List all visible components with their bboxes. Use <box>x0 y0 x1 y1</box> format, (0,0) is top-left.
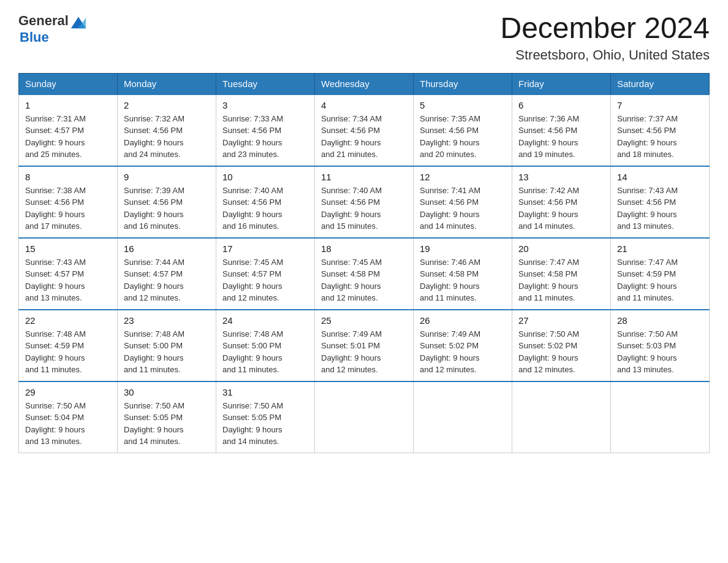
header-thursday: Thursday <box>414 73 512 94</box>
day-info: Sunrise: 7:40 AMSunset: 4:56 PMDaylight:… <box>321 185 407 232</box>
calendar-week-row: 15 Sunrise: 7:43 AMSunset: 4:57 PMDaylig… <box>19 238 710 310</box>
day-number: 17 <box>222 243 308 254</box>
day-info: Sunrise: 7:35 AMSunset: 4:56 PMDaylight:… <box>420 113 506 161</box>
day-info: Sunrise: 7:38 AMSunset: 4:56 PMDaylight:… <box>25 185 111 232</box>
day-info: Sunrise: 7:48 AMSunset: 5:00 PMDaylight:… <box>222 328 308 376</box>
day-number: 3 <box>222 100 308 110</box>
calendar-cell: 25 Sunrise: 7:49 AMSunset: 5:01 PMDaylig… <box>315 310 414 381</box>
calendar-cell: 10 Sunrise: 7:40 AMSunset: 4:56 PMDaylig… <box>216 166 315 238</box>
day-info: Sunrise: 7:46 AMSunset: 4:58 PMDaylight:… <box>420 256 506 304</box>
calendar-cell: 4 Sunrise: 7:34 AMSunset: 4:56 PMDayligh… <box>315 94 414 166</box>
calendar-cell <box>512 381 611 453</box>
calendar-cell <box>414 381 512 453</box>
calendar-cell: 17 Sunrise: 7:45 AMSunset: 4:57 PMDaylig… <box>216 238 315 310</box>
day-info: Sunrise: 7:48 AMSunset: 5:00 PMDaylight:… <box>124 328 210 376</box>
day-number: 27 <box>518 315 604 326</box>
calendar-cell: 11 Sunrise: 7:40 AMSunset: 4:56 PMDaylig… <box>315 166 414 238</box>
header-monday: Monday <box>118 73 216 94</box>
day-info: Sunrise: 7:45 AMSunset: 4:58 PMDaylight:… <box>321 256 407 304</box>
calendar-table: Sunday Monday Tuesday Wednesday Thursday… <box>18 73 710 453</box>
day-number: 2 <box>124 100 210 110</box>
title-area: December 2024 Streetsboro, Ohio, United … <box>500 12 710 63</box>
day-info: Sunrise: 7:40 AMSunset: 4:56 PMDaylight:… <box>222 185 308 232</box>
day-number: 24 <box>222 315 308 326</box>
day-info: Sunrise: 7:45 AMSunset: 4:57 PMDaylight:… <box>222 256 308 304</box>
day-info: Sunrise: 7:34 AMSunset: 4:56 PMDaylight:… <box>321 113 407 161</box>
day-number: 20 <box>518 243 604 254</box>
day-number: 23 <box>124 315 210 326</box>
day-number: 15 <box>25 243 111 254</box>
logo-general-text: General <box>18 13 69 29</box>
day-info: Sunrise: 7:50 AMSunset: 5:05 PMDaylight:… <box>222 400 308 448</box>
day-info: Sunrise: 7:44 AMSunset: 4:57 PMDaylight:… <box>124 256 210 304</box>
logo-blue-text: Blue <box>20 29 49 45</box>
header-friday: Friday <box>512 73 611 94</box>
day-number: 14 <box>617 172 703 182</box>
calendar-cell: 22 Sunrise: 7:48 AMSunset: 4:59 PMDaylig… <box>19 310 118 381</box>
day-number: 25 <box>321 315 407 326</box>
calendar-cell: 24 Sunrise: 7:48 AMSunset: 5:00 PMDaylig… <box>216 310 315 381</box>
logo-icon <box>70 12 87 29</box>
calendar-cell: 27 Sunrise: 7:50 AMSunset: 5:02 PMDaylig… <box>512 310 611 381</box>
day-info: Sunrise: 7:41 AMSunset: 4:56 PMDaylight:… <box>420 185 506 232</box>
day-info: Sunrise: 7:48 AMSunset: 4:59 PMDaylight:… <box>25 328 111 376</box>
calendar-cell: 1 Sunrise: 7:31 AMSunset: 4:57 PMDayligh… <box>19 94 118 166</box>
day-info: Sunrise: 7:50 AMSunset: 5:02 PMDaylight:… <box>518 328 604 376</box>
day-info: Sunrise: 7:39 AMSunset: 4:56 PMDaylight:… <box>124 185 210 232</box>
header-saturday: Saturday <box>611 73 710 94</box>
day-info: Sunrise: 7:50 AMSunset: 5:03 PMDaylight:… <box>617 328 703 376</box>
day-number: 9 <box>124 172 210 182</box>
header-tuesday: Tuesday <box>216 73 315 94</box>
day-number: 31 <box>222 387 308 397</box>
day-number: 29 <box>25 387 111 397</box>
day-info: Sunrise: 7:32 AMSunset: 4:56 PMDaylight:… <box>124 113 210 161</box>
day-number: 7 <box>617 100 703 110</box>
day-number: 10 <box>222 172 308 182</box>
day-info: Sunrise: 7:47 AMSunset: 4:59 PMDaylight:… <box>617 256 703 304</box>
day-info: Sunrise: 7:33 AMSunset: 4:56 PMDaylight:… <box>222 113 308 161</box>
day-number: 18 <box>321 243 407 254</box>
calendar-cell: 15 Sunrise: 7:43 AMSunset: 4:57 PMDaylig… <box>19 238 118 310</box>
calendar-cell: 31 Sunrise: 7:50 AMSunset: 5:05 PMDaylig… <box>216 381 315 453</box>
day-info: Sunrise: 7:31 AMSunset: 4:57 PMDaylight:… <box>25 113 111 161</box>
calendar-cell: 19 Sunrise: 7:46 AMSunset: 4:58 PMDaylig… <box>414 238 512 310</box>
logo: General Blue <box>18 12 87 45</box>
day-number: 11 <box>321 172 407 182</box>
day-number: 28 <box>617 315 703 326</box>
day-number: 8 <box>25 172 111 182</box>
calendar-cell: 8 Sunrise: 7:38 AMSunset: 4:56 PMDayligh… <box>19 166 118 238</box>
calendar-cell: 13 Sunrise: 7:42 AMSunset: 4:56 PMDaylig… <box>512 166 611 238</box>
header-sunday: Sunday <box>19 73 118 94</box>
calendar-cell: 2 Sunrise: 7:32 AMSunset: 4:56 PMDayligh… <box>118 94 216 166</box>
day-number: 16 <box>124 243 210 254</box>
calendar-cell: 14 Sunrise: 7:43 AMSunset: 4:56 PMDaylig… <box>611 166 710 238</box>
day-info: Sunrise: 7:36 AMSunset: 4:56 PMDaylight:… <box>518 113 604 161</box>
calendar-cell: 21 Sunrise: 7:47 AMSunset: 4:59 PMDaylig… <box>611 238 710 310</box>
calendar-cell: 9 Sunrise: 7:39 AMSunset: 4:56 PMDayligh… <box>118 166 216 238</box>
calendar-week-row: 8 Sunrise: 7:38 AMSunset: 4:56 PMDayligh… <box>19 166 710 238</box>
calendar-cell: 5 Sunrise: 7:35 AMSunset: 4:56 PMDayligh… <box>414 94 512 166</box>
day-number: 5 <box>420 100 506 110</box>
calendar-cell: 7 Sunrise: 7:37 AMSunset: 4:56 PMDayligh… <box>611 94 710 166</box>
calendar-cell: 6 Sunrise: 7:36 AMSunset: 4:56 PMDayligh… <box>512 94 611 166</box>
day-info: Sunrise: 7:49 AMSunset: 5:02 PMDaylight:… <box>420 328 506 376</box>
calendar-title: December 2024 <box>500 12 710 45</box>
day-info: Sunrise: 7:37 AMSunset: 4:56 PMDaylight:… <box>617 113 703 161</box>
weekday-header-row: Sunday Monday Tuesday Wednesday Thursday… <box>19 73 710 94</box>
calendar-week-row: 22 Sunrise: 7:48 AMSunset: 4:59 PMDaylig… <box>19 310 710 381</box>
calendar-cell: 28 Sunrise: 7:50 AMSunset: 5:03 PMDaylig… <box>611 310 710 381</box>
day-number: 22 <box>25 315 111 326</box>
day-number: 21 <box>617 243 703 254</box>
day-number: 26 <box>420 315 506 326</box>
calendar-week-row: 1 Sunrise: 7:31 AMSunset: 4:57 PMDayligh… <box>19 94 710 166</box>
calendar-cell: 12 Sunrise: 7:41 AMSunset: 4:56 PMDaylig… <box>414 166 512 238</box>
day-info: Sunrise: 7:49 AMSunset: 5:01 PMDaylight:… <box>321 328 407 376</box>
calendar-cell: 18 Sunrise: 7:45 AMSunset: 4:58 PMDaylig… <box>315 238 414 310</box>
day-number: 1 <box>25 100 111 110</box>
day-info: Sunrise: 7:50 AMSunset: 5:04 PMDaylight:… <box>25 400 111 448</box>
day-info: Sunrise: 7:43 AMSunset: 4:56 PMDaylight:… <box>617 185 703 232</box>
calendar-cell: 16 Sunrise: 7:44 AMSunset: 4:57 PMDaylig… <box>118 238 216 310</box>
day-number: 19 <box>420 243 506 254</box>
day-info: Sunrise: 7:43 AMSunset: 4:57 PMDaylight:… <box>25 256 111 304</box>
day-number: 13 <box>518 172 604 182</box>
